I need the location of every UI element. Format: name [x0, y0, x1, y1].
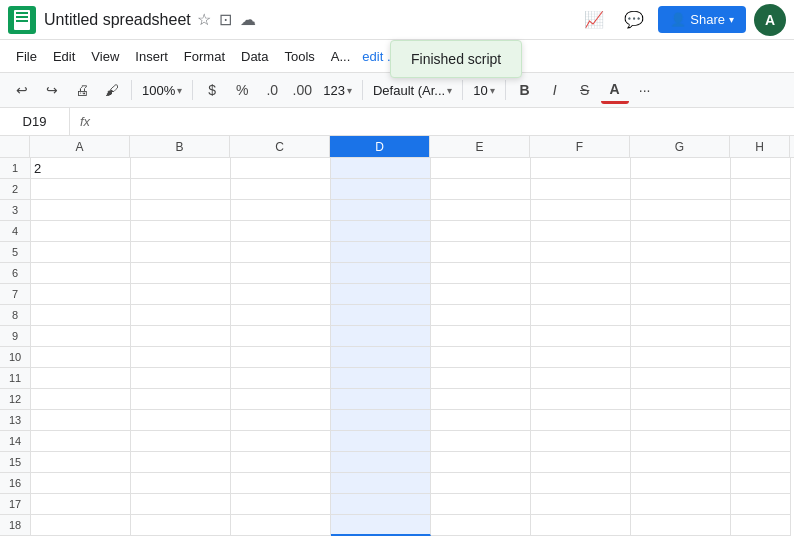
cell-c17[interactable]: [231, 494, 331, 515]
cell-d17[interactable]: [331, 494, 431, 515]
cell-a12[interactable]: [31, 389, 131, 410]
cell-f11[interactable]: [531, 368, 631, 389]
cell-c9[interactable]: [231, 326, 331, 347]
cell-g14[interactable]: [631, 431, 731, 452]
menu-view[interactable]: View: [83, 45, 127, 68]
cell-e18[interactable]: [431, 515, 531, 536]
cell-b3[interactable]: [131, 200, 231, 221]
cell-d15[interactable]: [331, 452, 431, 473]
cell-e6[interactable]: [431, 263, 531, 284]
cell-f16[interactable]: [531, 473, 631, 494]
cell-e14[interactable]: [431, 431, 531, 452]
row-header-13[interactable]: 13: [0, 410, 30, 431]
col-header-a[interactable]: A: [30, 136, 130, 157]
row-header-5[interactable]: 5: [0, 242, 30, 263]
row-header-11[interactable]: 11: [0, 368, 30, 389]
menu-more[interactable]: A...: [323, 45, 359, 68]
menu-edit[interactable]: Edit: [45, 45, 83, 68]
cell-b10[interactable]: [131, 347, 231, 368]
percent-button[interactable]: %: [228, 76, 256, 104]
decimal-less-button[interactable]: .0: [258, 76, 286, 104]
cell-e11[interactable]: [431, 368, 531, 389]
cell-b13[interactable]: [131, 410, 231, 431]
cell-h16[interactable]: [731, 473, 791, 494]
cell-h17[interactable]: [731, 494, 791, 515]
col-header-f[interactable]: F: [530, 136, 630, 157]
cell-e17[interactable]: [431, 494, 531, 515]
cell-a10[interactable]: [31, 347, 131, 368]
row-header-2[interactable]: 2: [0, 179, 30, 200]
cell-h5[interactable]: [731, 242, 791, 263]
cell-g12[interactable]: [631, 389, 731, 410]
cell-e13[interactable]: [431, 410, 531, 431]
cell-b1[interactable]: [131, 158, 231, 179]
row-header-9[interactable]: 9: [0, 326, 30, 347]
strikethrough-button[interactable]: S: [571, 76, 599, 104]
cell-b6[interactable]: [131, 263, 231, 284]
cell-e3[interactable]: [431, 200, 531, 221]
bold-button[interactable]: B: [511, 76, 539, 104]
cell-d11[interactable]: [331, 368, 431, 389]
cell-a5[interactable]: [31, 242, 131, 263]
cell-e5[interactable]: [431, 242, 531, 263]
cell-f3[interactable]: [531, 200, 631, 221]
cell-b2[interactable]: [131, 179, 231, 200]
cell-h4[interactable]: [731, 221, 791, 242]
cell-h7[interactable]: [731, 284, 791, 305]
paint-format-button[interactable]: 🖌: [98, 76, 126, 104]
cell-c3[interactable]: [231, 200, 331, 221]
cell-c10[interactable]: [231, 347, 331, 368]
row-header-16[interactable]: 16: [0, 473, 30, 494]
cell-e16[interactable]: [431, 473, 531, 494]
cell-f1[interactable]: [531, 158, 631, 179]
cell-b18[interactable]: [131, 515, 231, 536]
row-header-4[interactable]: 4: [0, 221, 30, 242]
cell-d6[interactable]: [331, 263, 431, 284]
col-header-h[interactable]: H: [730, 136, 790, 157]
cell-f6[interactable]: [531, 263, 631, 284]
cell-b11[interactable]: [131, 368, 231, 389]
star-icon[interactable]: ☆: [197, 10, 211, 29]
cell-h15[interactable]: [731, 452, 791, 473]
cell-d5[interactable]: [331, 242, 431, 263]
cell-c6[interactable]: [231, 263, 331, 284]
font-color-button[interactable]: A: [601, 76, 629, 104]
cell-a17[interactable]: [31, 494, 131, 515]
menu-data[interactable]: Data: [233, 45, 276, 68]
row-header-3[interactable]: 3: [0, 200, 30, 221]
row-header-14[interactable]: 14: [0, 431, 30, 452]
cell-a13[interactable]: [31, 410, 131, 431]
row-header-8[interactable]: 8: [0, 305, 30, 326]
cell-b14[interactable]: [131, 431, 231, 452]
cell-c11[interactable]: [231, 368, 331, 389]
cell-a7[interactable]: [31, 284, 131, 305]
menu-format[interactable]: Format: [176, 45, 233, 68]
currency-button[interactable]: $: [198, 76, 226, 104]
menu-insert[interactable]: Insert: [127, 45, 176, 68]
cell-g2[interactable]: [631, 179, 731, 200]
cell-b8[interactable]: [131, 305, 231, 326]
account-avatar[interactable]: A: [754, 4, 786, 36]
share-button[interactable]: 👤 Share ▾: [658, 6, 746, 33]
cell-a1[interactable]: 2: [31, 158, 131, 179]
cell-g7[interactable]: [631, 284, 731, 305]
cell-d10[interactable]: [331, 347, 431, 368]
print-button[interactable]: 🖨: [68, 76, 96, 104]
row-header-17[interactable]: 17: [0, 494, 30, 515]
cell-h3[interactable]: [731, 200, 791, 221]
cell-g10[interactable]: [631, 347, 731, 368]
cell-c8[interactable]: [231, 305, 331, 326]
cell-b17[interactable]: [131, 494, 231, 515]
row-header-18[interactable]: 18: [0, 515, 30, 536]
cell-g4[interactable]: [631, 221, 731, 242]
cell-d14[interactable]: [331, 431, 431, 452]
menu-file[interactable]: File: [8, 45, 45, 68]
cell-d2[interactable]: [331, 179, 431, 200]
cell-a8[interactable]: [31, 305, 131, 326]
cell-a15[interactable]: [31, 452, 131, 473]
comment-icon[interactable]: 💬: [618, 4, 650, 36]
cell-c4[interactable]: [231, 221, 331, 242]
cell-c18[interactable]: [231, 515, 331, 536]
cell-h6[interactable]: [731, 263, 791, 284]
cell-h10[interactable]: [731, 347, 791, 368]
